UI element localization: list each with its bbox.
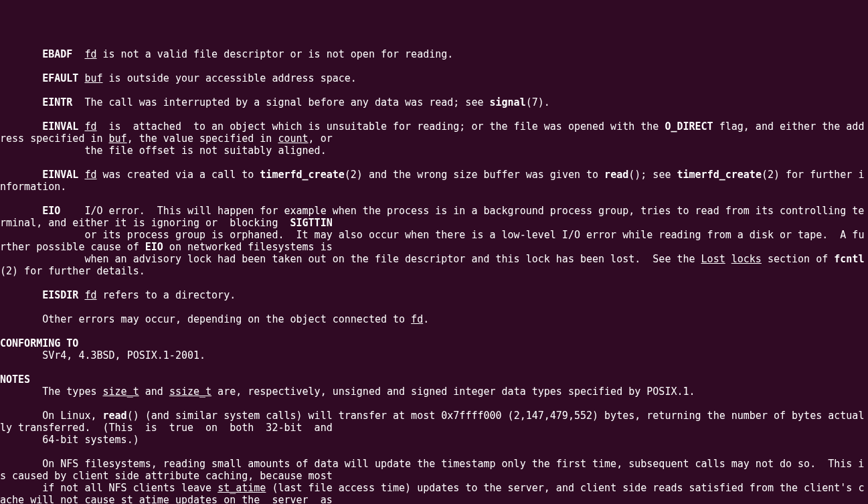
notes-heading: NOTES	[0, 373, 30, 386]
error-ebadf-label: EBADF	[42, 48, 72, 60]
error-eio-eio2: EIO	[145, 241, 163, 253]
error-einval2-part2: (); see	[628, 169, 677, 181]
conforming-text: SVr4, 4.3BSD, POSIX.1-2001.	[0, 349, 205, 361]
error-einval1-line3: the file offset is not suitably aligned.	[0, 145, 327, 157]
error-einval1-flag: O_DIRECT	[665, 120, 713, 133]
error-other-part2: .	[423, 313, 429, 325]
error-eio-line4a: rther possible cause of	[0, 241, 145, 253]
error-eintr-label: EINTR	[42, 96, 72, 108]
error-einval2-ref1num: (2) and the wrong size buffer was given …	[345, 169, 604, 181]
error-other-fd: fd	[411, 313, 423, 325]
error-einval2-line2: nformation.	[0, 181, 66, 193]
error-einval2-part1: was created via a call to	[97, 169, 260, 181]
error-eintr-desc: The call was interrupted by a signal bef…	[72, 96, 489, 108]
error-eio-part1: I/O error. This will happen for example …	[60, 205, 864, 217]
error-einval1-part2: flag, and either the add	[713, 120, 865, 133]
error-eio-line4b: on networked filesystems is	[163, 241, 333, 253]
error-einval2-ref2num: (2) for further i	[762, 169, 865, 181]
error-eintr-ref: signal	[490, 96, 526, 108]
error-einval2-label: EINVAL	[42, 169, 78, 181]
notes-line1a: The types	[0, 386, 103, 398]
error-eio-label: EIO	[42, 205, 60, 217]
error-eio-line2a: rminal, and either it is ignoring or blo…	[0, 217, 290, 229]
notes-line3b: s caused by client side attribute cachin…	[0, 470, 333, 482]
error-eio-locks: locks	[731, 253, 762, 265]
error-eio-line3a: or its process group is orphaned. It may…	[0, 229, 864, 241]
notes-statime1: st_atime	[218, 482, 266, 494]
notes-line2a: On Linux,	[0, 410, 103, 422]
notes-statime2: st_atime	[121, 494, 169, 504]
manpage-content: EBADF fd is not a valid file descriptor …	[0, 48, 868, 504]
error-einval1-line2b: , the value specified in	[127, 133, 278, 145]
notes-ssizet: ssize_t	[169, 386, 211, 398]
error-einval2-arg: fd	[84, 169, 96, 181]
error-eio-fcntl: fcntl	[834, 253, 864, 265]
notes-line2c: ly transferred. (This is true on both 32…	[0, 422, 333, 434]
error-eio-sigttin: SIGTTIN	[290, 217, 332, 229]
notes-line1b: and	[139, 386, 169, 398]
error-einval1-buf: buf	[109, 133, 127, 145]
error-efault-desc: is outside your accessible address space…	[103, 72, 357, 84]
notes-line3e: ache will not cause	[0, 494, 121, 504]
notes-line3c: if not all NFS clients leave	[0, 482, 218, 494]
error-eisdir-arg: fd	[84, 289, 96, 301]
conforming-heading: CONFORMING TO	[0, 337, 78, 349]
error-eisdir-desc: refers to a directory.	[97, 289, 236, 301]
error-eintr-refnum: (7).	[526, 96, 550, 108]
error-efault-label: EFAULT	[42, 72, 78, 84]
notes-line3a: On NFS filesystems, reading small amount…	[0, 458, 864, 470]
error-efault-arg: buf	[84, 72, 102, 84]
notes-line3f: updates on the server as	[169, 494, 333, 504]
error-other-part1: Other errors may occur, depending on the…	[0, 313, 411, 325]
notes-line2b: () (and similar system calls) will trans…	[127, 410, 865, 422]
error-einval2-readref: read	[604, 169, 628, 181]
notes-sizet: size_t	[103, 386, 139, 398]
error-einval1-line2a: ress specified in	[0, 133, 109, 145]
notes-read: read	[103, 410, 127, 422]
error-eio-line5b: section of	[762, 253, 834, 265]
error-einval1-arg: fd	[84, 120, 96, 133]
error-einval1-part1: is attached to an object which is unsuit…	[97, 120, 665, 133]
error-eio-line5a: when an advisory lock had been taken out…	[0, 253, 701, 265]
error-einval1-count: count	[278, 133, 308, 145]
error-eisdir-label: EISDIR	[42, 289, 78, 301]
error-eio-line6: (2) for further details.	[0, 265, 145, 277]
error-einval2-ref1: timerfd_create	[260, 169, 344, 181]
notes-line2d: 64-bit systems.)	[0, 434, 139, 446]
error-eio-lost: Lost	[701, 253, 725, 265]
error-einval1-line2c: , or	[309, 133, 333, 145]
error-ebadf-desc: is not a valid file descriptor or is not…	[97, 48, 454, 60]
notes-line3d: (last file access time) updates to the s…	[266, 482, 864, 494]
error-ebadf-arg: fd	[84, 48, 96, 60]
error-einval2-ref2: timerfd_create	[677, 169, 761, 181]
notes-line1c: are, respectively, unsigned and signed i…	[211, 386, 695, 398]
error-einval1-label: EINVAL	[42, 120, 78, 133]
